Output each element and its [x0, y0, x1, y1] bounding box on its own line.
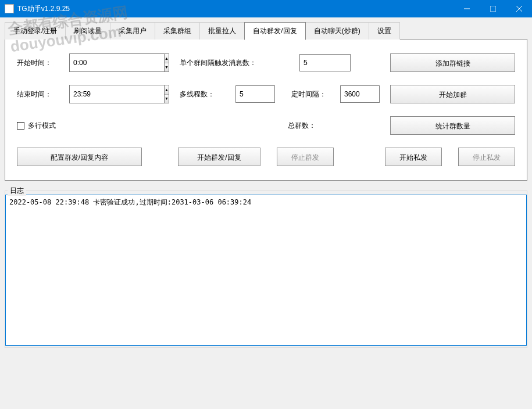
maximize-button[interactable]: [480, 0, 506, 17]
tab-collect-users[interactable]: 采集用户: [110, 22, 155, 40]
msg-count-input[interactable]: [299, 54, 351, 71]
log-textarea[interactable]: [5, 195, 527, 346]
tab-batch-invite[interactable]: 批量拉人: [199, 22, 245, 40]
multiline-checkbox[interactable]: [17, 122, 24, 130]
stop-mass-button[interactable]: 停止群发: [277, 148, 334, 166]
end-time-label: 结束时间：: [17, 89, 65, 99]
total-groups-label: 总群数：: [288, 121, 316, 131]
tab-bar: 手动登录/注册 刷阅读量 采集用户 采集群组 批量拉人 自动群发/回复 自动聊天…: [5, 22, 527, 40]
interval-input[interactable]: [340, 85, 380, 103]
add-group-link-button[interactable]: 添加群链接: [390, 53, 515, 72]
start-private-button[interactable]: 开始私发: [385, 148, 442, 166]
window-title: TG助手v1.2.9.25: [17, 4, 454, 14]
start-time-down[interactable]: ▼: [165, 63, 169, 72]
end-time-up[interactable]: ▲: [165, 85, 169, 95]
titlebar: TG助手v1.2.9.25: [0, 0, 532, 17]
multiline-label: 多行模式: [28, 121, 56, 131]
start-join-button[interactable]: 开始加群: [390, 85, 515, 103]
start-time-up[interactable]: ▲: [165, 54, 169, 63]
config-content-button[interactable]: 配置群发/回复内容: [17, 148, 142, 166]
multiline-checkbox-wrap[interactable]: 多行模式: [17, 121, 56, 131]
interval-label: 定时间隔：: [291, 89, 326, 99]
count-groups-button[interactable]: 统计群数量: [390, 116, 515, 135]
tab-collect-groups[interactable]: 采集群组: [155, 22, 200, 40]
log-fieldset: 日志: [5, 191, 527, 348]
threads-input[interactable]: [235, 85, 275, 103]
svg-rect-1: [490, 6, 496, 12]
end-time-input[interactable]: [69, 85, 165, 103]
stop-private-button[interactable]: 停止私发: [458, 148, 515, 166]
tab-manual-login[interactable]: 手动登录/注册: [5, 22, 66, 40]
app-icon: [5, 4, 14, 13]
tab-read-count[interactable]: 刷阅读量: [65, 22, 110, 40]
tab-auto-mass-reply[interactable]: 自动群发/回复: [244, 22, 305, 40]
log-legend: 日志: [8, 186, 26, 196]
tab-panel: 开始时间： ▲ ▼ 单个群间隔触发消息数： 添加群链接 结束时间： ▲ ▼: [5, 39, 527, 181]
minimize-button[interactable]: [454, 0, 480, 17]
tab-auto-chat[interactable]: 自动聊天(炒群): [305, 22, 369, 40]
start-time-label: 开始时间：: [17, 58, 65, 68]
tab-settings[interactable]: 设置: [369, 22, 400, 40]
threads-label: 多线程数：: [180, 89, 215, 99]
msg-count-label: 单个群间隔触发消息数：: [180, 58, 267, 68]
end-time-down[interactable]: ▼: [165, 95, 169, 103]
close-button[interactable]: [506, 0, 532, 17]
start-time-input[interactable]: [69, 53, 165, 72]
start-mass-button[interactable]: 开始群发/回复: [178, 148, 260, 166]
